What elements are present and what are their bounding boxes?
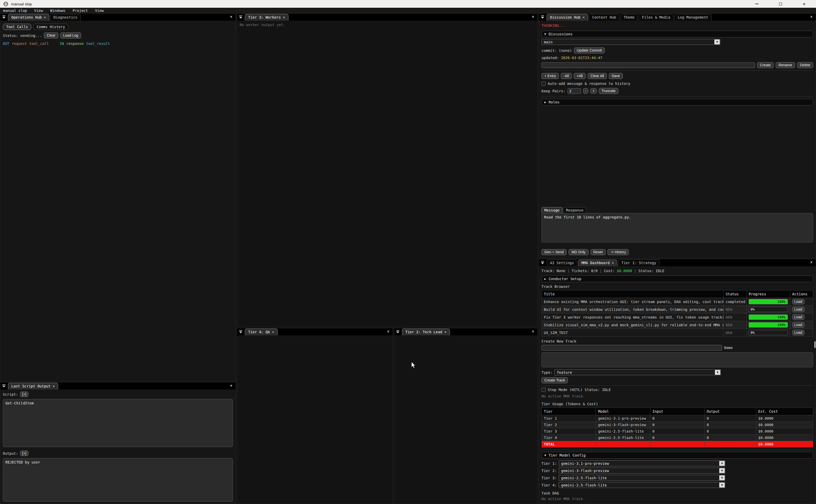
tier4-model-select[interactable]: gemini-2.5-flash-lite ▼	[559, 482, 725, 488]
panel-menu-icon[interactable]	[2, 15, 7, 20]
tab-files-media[interactable]: Files & Media	[639, 14, 674, 21]
update-commit-button[interactable]: Update Commit	[574, 47, 605, 53]
tab-operations-hub[interactable]: Operations Hub ×	[8, 14, 49, 21]
tier3-model-select[interactable]: gemini-2.5-flash-lite ▼	[559, 475, 725, 481]
tab-close-icon[interactable]: ×	[44, 15, 46, 19]
load-button[interactable]: Load	[792, 322, 804, 328]
reset-button[interactable]: Reset	[591, 249, 606, 255]
tier2-model-select[interactable]: gemini-3-flash-preview ▼	[559, 468, 725, 474]
tier1-model-select[interactable]: gemini-3.1-pro-preview ▼	[559, 460, 725, 466]
add-entry-button[interactable]: + Entry	[542, 73, 559, 79]
tab-tier1-strategy[interactable]: Tier 1: Strategy	[618, 259, 660, 266]
keep-pairs-plus-button[interactable]: +	[590, 88, 596, 94]
discussion-select[interactable]: main ▼	[542, 39, 720, 45]
panel-close-icon[interactable]: ×	[387, 329, 390, 334]
discussions-section-header[interactable]: ▼ Discussions	[542, 31, 813, 37]
load-log-button[interactable]: Load Log	[60, 32, 81, 38]
load-button[interactable]: Load	[792, 314, 804, 320]
clear-all-button[interactable]: Clear All	[588, 73, 607, 79]
tab-log-management[interactable]: Log Management	[674, 14, 712, 21]
tab-ai-settings[interactable]: AI Settings	[547, 259, 577, 266]
create-button[interactable]: Create	[757, 62, 774, 68]
to-history-button[interactable]: -> History	[608, 249, 629, 255]
track-type-select[interactable]: feature ▼	[554, 369, 721, 375]
scrollbar-thumb[interactable]	[814, 341, 815, 348]
tab-mma-dashboard[interactable]: MMA Dashboard ×	[578, 259, 617, 266]
panel-close-icon[interactable]: ×	[230, 15, 232, 19]
maximize-button[interactable]	[769, 0, 792, 8]
tab-tier3-workers[interactable]: Tier 3: Workers ×	[245, 14, 288, 21]
tier-model-config-header[interactable]: ▼ Tier Model Config	[542, 452, 813, 459]
tab-tier2-tech-lead[interactable]: Tier 2: Tech Lead ×	[402, 329, 450, 335]
tab-last-script-output[interactable]: Last Script Output ×	[8, 383, 58, 389]
tab-tier4-qa[interactable]: Tier 4: QA ×	[245, 329, 278, 335]
panel-menu-icon[interactable]	[540, 15, 546, 20]
minimize-button[interactable]	[745, 0, 769, 8]
output-expand-button[interactable]: [+]	[20, 451, 28, 456]
tab-discussion-hub[interactable]: Discussion Hub ×	[547, 14, 588, 21]
table-row[interactable]: UX_SIM_TEST NEW 0% Load	[542, 329, 813, 337]
close-button[interactable]: ×	[792, 0, 816, 8]
subtab-tool-calls[interactable]: Tool Calls	[3, 24, 31, 30]
delete-button[interactable]: Delete	[797, 62, 813, 68]
table-row[interactable]: Enhance existing MMA orchestration GUI: …	[542, 298, 813, 306]
tab-message[interactable]: Message	[542, 207, 562, 213]
panel-menu-icon[interactable]	[540, 261, 546, 265]
tab-close-icon[interactable]: ×	[583, 15, 585, 19]
load-button[interactable]: Load	[792, 299, 804, 304]
clear-button[interactable]: Clear	[44, 32, 58, 38]
tab-close-icon[interactable]: ×	[444, 330, 446, 334]
panel-close-icon[interactable]: ×	[810, 15, 813, 19]
tab-close-icon[interactable]: ×	[53, 384, 55, 388]
script-text-box[interactable]: Get-ChildItem	[3, 399, 233, 447]
panel-close-icon[interactable]: ×	[532, 15, 534, 19]
script-expand-button[interactable]: [+]	[20, 392, 28, 397]
table-row[interactable]: Fix Tier 3 worker responses not reaching…	[542, 313, 813, 321]
subtab-comms-history[interactable]: Comms History	[33, 24, 68, 30]
new-track-name-input[interactable]	[542, 345, 722, 351]
message-textarea[interactable]: Read the first 10 lines of aggregate.py.	[542, 213, 813, 242]
tab-close-icon[interactable]: ×	[612, 261, 614, 265]
panel-menu-icon[interactable]	[239, 330, 244, 334]
table-row[interactable]: Build UI for context window utilization,…	[542, 306, 813, 313]
save-button[interactable]: Save	[609, 73, 623, 79]
auto-add-checkbox[interactable]	[542, 82, 546, 86]
keep-pairs-minus-button[interactable]: -	[583, 88, 588, 94]
panel-close-icon[interactable]: ×	[532, 329, 534, 334]
menu-view[interactable]: View	[34, 9, 43, 13]
load-button[interactable]: Load	[792, 330, 804, 335]
tab-close-icon[interactable]: ×	[283, 15, 285, 19]
roles-section-header[interactable]: ▶ Roles	[542, 99, 813, 105]
table-row[interactable]: Stabilize visual_sim_mma_v2.py and mock_…	[542, 321, 813, 329]
panel-menu-icon[interactable]	[396, 330, 401, 334]
tool-call-log-line[interactable]: OUT request tool_call IN response tool_r…	[3, 42, 233, 46]
menu-manual-slop[interactable]: manual slop	[3, 9, 27, 13]
gen-send-button[interactable]: Gen + Send	[542, 249, 567, 255]
menu-project[interactable]: Project	[72, 9, 88, 13]
keep-pairs-input[interactable]	[568, 88, 581, 94]
conductor-setup-header[interactable]: ▶ Conductor Setup	[542, 275, 813, 282]
load-button[interactable]: Load	[792, 307, 804, 312]
new-track-description-textarea[interactable]	[542, 352, 813, 367]
md-only-button[interactable]: MD Only	[569, 249, 588, 255]
rename-button[interactable]: Rename	[776, 62, 795, 68]
tab-context-hub[interactable]: Context Hub	[589, 14, 619, 21]
tab-close-icon[interactable]: ×	[272, 330, 274, 334]
tab-response[interactable]: Response	[563, 207, 586, 213]
discussion-name-input[interactable]	[542, 62, 755, 68]
menu-windows[interactable]: Windows	[50, 9, 65, 13]
create-track-button[interactable]: Create Track	[542, 377, 568, 383]
truncate-button[interactable]: Truncate	[599, 88, 619, 94]
step-mode-checkbox[interactable]	[542, 388, 546, 392]
plus-all-button[interactable]: +All	[574, 73, 586, 79]
output-text-box[interactable]: REJECTED by user	[3, 458, 233, 502]
tab-theme[interactable]: Theme	[620, 14, 638, 21]
panel-close-icon[interactable]: ×	[810, 260, 813, 264]
minus-all-button[interactable]: -All	[561, 73, 572, 79]
panel-close-icon[interactable]: ×	[230, 384, 232, 388]
panel-menu-icon[interactable]	[2, 384, 7, 388]
panel-menu-icon[interactable]	[239, 15, 244, 20]
tab-diagnostics[interactable]: Diagnostics	[50, 14, 81, 21]
type-label: Type:	[542, 370, 552, 375]
menu-view-2[interactable]: View	[95, 9, 104, 13]
